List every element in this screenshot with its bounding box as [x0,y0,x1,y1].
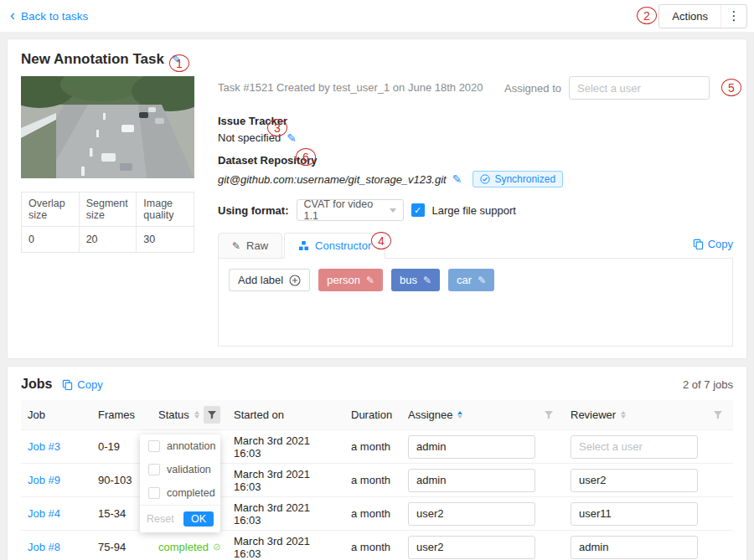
assignee-input[interactable] [408,435,535,459]
tab-raw-label: Raw [246,239,268,252]
format-row: Using format: CVAT for video 1.1 ✓ Large… [218,199,733,221]
task-assignee-select[interactable] [569,76,710,100]
column-reviewer[interactable]: Reviewer [564,400,733,429]
task-right-column: Task #1521 Created by test_user_1 on Jun… [218,76,733,347]
frames-cell: 75-94 [91,537,152,557]
column-assignee-label: Assignee [408,408,452,421]
column-started-on: Started on [227,403,344,427]
actions-label[interactable]: Actions [659,5,721,28]
job-link[interactable]: Job #9 [21,470,91,490]
large-file-support-label: Large file support [432,204,516,217]
assignee-input[interactable] [408,502,535,526]
pencil-icon[interactable]: ✎ [478,275,486,286]
format-select[interactable]: CVAT for video 1.1 [297,199,404,221]
status-filter-dropdown: annotation validation completed Reset OK [140,434,220,532]
duration-cell: a month [344,470,401,490]
column-duration: Duration [344,403,401,427]
reviewer-input[interactable] [571,435,698,459]
duration-cell: a month [344,537,401,557]
duration-cell: a month [344,504,401,523]
copy-labels-link[interactable]: Copy [693,238,733,250]
label-tabs: ✎ Raw Constructor Copy [218,233,733,258]
sort-icons[interactable] [457,411,462,419]
column-assignee[interactable]: Assignee [401,400,564,429]
edit-issue-tracker-icon[interactable]: ✎ [287,132,297,144]
column-status[interactable]: Status [152,400,227,429]
funnel-icon [544,410,554,420]
status-filter-icon[interactable] [204,406,220,424]
filter-option-annotation[interactable]: annotation [140,434,220,458]
column-frames: Frames [91,403,152,427]
topbar: ‹ Back to tasks Actions ⋮ [0,0,754,32]
param-header-overlap: Overlap size [22,193,80,227]
back-to-tasks-link[interactable]: ‹ Back to tasks [7,9,88,23]
checkbox-icon[interactable] [148,464,160,475]
table-row: Job #4 15-34 March 3rd 2021 16:03 a mont… [21,497,733,531]
pencil-icon[interactable]: ✎ [366,275,374,286]
param-value-quality: 30 [137,227,194,253]
pencil-icon[interactable]: ✎ [423,275,431,286]
edit-repository-icon[interactable]: ✎ [452,173,462,185]
issue-tracker-block: Issue Tracker Not specified ✎ [218,115,733,144]
job-link[interactable]: Job #3 [21,437,91,456]
sort-icons[interactable] [194,411,199,419]
back-chevron-icon: ‹ [10,8,15,23]
reviewer-input[interactable] [571,469,698,492]
funnel-icon [713,410,723,420]
synchronized-badge-label: Synchronized [494,173,555,185]
more-vertical-icon[interactable]: ⋮ [721,5,746,28]
assignee-input[interactable] [408,469,535,492]
issue-tracker-value: Not specified [218,131,281,144]
task-parameters-table: Overlap size Segment size Image quality … [21,192,194,253]
reviewer-input[interactable] [571,502,698,526]
duration-cell: a month [344,437,401,456]
jobs-card: Jobs Copy 2 of 7 jobs Job Frames Status … [7,366,747,560]
using-format-label: Using format: [218,204,289,217]
label-tag-car[interactable]: car ✎ [448,269,494,291]
reviewer-filter-icon[interactable] [709,406,726,424]
jobs-table: Job Frames Status Started on Duration As… [21,400,733,560]
copy-jobs-label: Copy [77,378,102,391]
sort-icons[interactable] [621,411,626,419]
label-tag-bus[interactable]: bus ✎ [391,269,440,291]
job-link[interactable]: Job #4 [21,504,91,523]
label-tag-bus-name: bus [400,274,417,286]
started-cell: March 3rd 2021 16:03 [227,465,344,496]
checkbox-icon[interactable] [148,440,160,452]
issue-tracker-label: Issue Tracker [218,115,733,127]
pencil-icon: ✎ [232,240,240,252]
reviewer-input[interactable] [571,536,698,559]
large-file-support-checkbox[interactable]: ✓ [411,203,425,217]
filter-ok-button[interactable]: OK [183,511,214,527]
label-tag-car-name: car [457,274,472,286]
dataset-repository-url: git@github.com:username/git_storage_v123… [218,173,447,186]
status-cell: completed [152,537,227,557]
label-tag-person[interactable]: person ✎ [318,269,383,291]
label-constructor-panel: Add label person ✎ bus ✎ car ✎ [218,258,733,347]
filter-reset-button[interactable]: Reset [147,513,174,525]
status-completed-label: completed [158,541,209,553]
assignee-input[interactable] [408,536,535,559]
synchronized-badge: Synchronized [473,171,563,188]
edit-title-icon[interactable]: ✎ [172,54,182,65]
actions-button[interactable]: Actions ⋮ [658,4,747,28]
column-status-label: Status [158,408,189,421]
copy-jobs-link[interactable]: Copy [62,378,102,391]
tab-constructor[interactable]: Constructor [284,233,385,259]
assignee-filter-icon[interactable] [540,406,557,424]
check-circle-icon [214,542,220,552]
job-link[interactable]: Job #8 [21,537,91,557]
started-cell: March 3rd 2021 16:03 [227,498,344,530]
build-blocks-icon [298,240,309,251]
param-header-quality: Image quality [137,193,194,227]
jobs-count: 2 of 7 jobs [683,378,733,391]
task-details-card: New Annotation Task ✎ [7,39,747,359]
filter-option-validation[interactable]: validation [140,458,220,481]
chevron-down-icon [390,208,396,213]
filter-option-completed[interactable]: completed [140,481,220,505]
add-label-button[interactable]: Add label [229,269,310,291]
task-preview-image [21,76,194,178]
task-title: New Annotation Task [21,51,164,68]
tab-raw[interactable]: ✎ Raw [218,233,282,259]
checkbox-icon[interactable] [148,487,160,499]
